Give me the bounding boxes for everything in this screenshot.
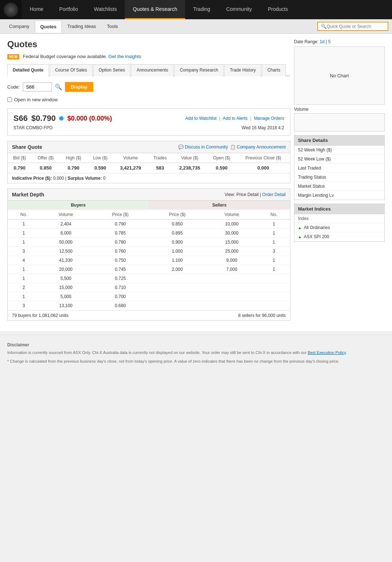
- buyer-volume: 13,100: [40, 301, 92, 310]
- seller-volume: 25,000: [206, 247, 258, 256]
- cell-value: 2,238,735: [172, 163, 207, 173]
- all-ordinaries-arrow: ▲: [298, 226, 302, 230]
- cell-open: 0.590: [207, 163, 236, 173]
- depth-col-header: No. Volume Price ($) Price ($) Volume No…: [8, 210, 290, 220]
- nav-item-trading[interactable]: Trading: [185, 0, 218, 19]
- buyer-no: 1: [8, 238, 40, 247]
- best-execution-link[interactable]: Best Execution Policy: [308, 350, 346, 355]
- depth-view-label: View: Price Detail | Order Detail: [225, 192, 286, 197]
- buyer-no: 1: [8, 292, 40, 301]
- code-search-button[interactable]: 🔍: [55, 84, 62, 90]
- open-window-checkbox[interactable]: [7, 97, 12, 102]
- code-input[interactable]: [23, 82, 52, 91]
- disclaimer-text1: Information is currently sourced from AS…: [7, 350, 385, 355]
- cell-high: 0.790: [60, 163, 87, 173]
- news-link[interactable]: Get the insights: [109, 54, 141, 59]
- nav-item-portfolio[interactable]: Portfolio: [51, 0, 86, 19]
- tab-course-of-sales[interactable]: Course Of Sales: [50, 64, 93, 76]
- col-buyer-no: No.: [8, 210, 40, 220]
- display-button[interactable]: Display: [65, 82, 93, 92]
- share-quote-section: Share Quote 💬 Discuss in Community 📋 Com…: [7, 141, 290, 183]
- market-depth-title: Market Depth: [12, 192, 44, 197]
- buyer-volume: 8,000: [40, 229, 92, 238]
- open-window-row: Open in new window: [7, 97, 290, 102]
- detail-label-trading-status: Trading Status: [298, 175, 326, 180]
- search-input[interactable]: [327, 24, 385, 29]
- subnav-quotes[interactable]: Quotes: [35, 21, 62, 33]
- seller-volume: 15,000: [206, 238, 258, 247]
- quote-card: S66 $0.790 $0.000 (0.00%) Add to Watchli…: [7, 108, 290, 136]
- seller-price: [149, 283, 206, 292]
- tab-company-research[interactable]: Company Research: [174, 64, 224, 76]
- col-trades: Trades: [148, 153, 172, 163]
- order-detail-link[interactable]: Order Detail: [262, 192, 286, 197]
- depth-table-row: 2 15,000 0.710: [8, 283, 290, 292]
- detail-label-market-status: Market Status: [298, 184, 325, 189]
- add-to-alerts-link[interactable]: Add to Alerts: [223, 116, 248, 121]
- detail-last-traded: Last Traded: [294, 164, 384, 173]
- seller-volume: 7,000: [206, 265, 258, 274]
- buyer-volume: 2,404: [40, 220, 92, 229]
- depth-table-row: 1 50,000 0.780 0.900 15,000 1: [8, 238, 290, 247]
- seller-volume: [206, 283, 258, 292]
- tab-detailed-quote[interactable]: Detailed Quote: [7, 64, 49, 76]
- buyer-volume: 20,000: [40, 265, 92, 274]
- market-indices-box: Market Indices Index ▲ All Ordinaries ▲ …: [294, 204, 385, 242]
- col-volume: Volume: [113, 153, 148, 163]
- detail-label-52-high: 52 Week High ($): [298, 147, 332, 152]
- tab-option-series[interactable]: Option Series: [93, 64, 131, 76]
- date-range-5[interactable]: 5: [328, 39, 331, 44]
- discuss-community-link[interactable]: 💬 Discuss in Community: [178, 144, 228, 150]
- col-prev-close: Previous Close ($): [236, 153, 290, 163]
- depth-table-row: 4 41,330 0.750 1.100 9,000 1: [8, 256, 290, 265]
- subnav-tools[interactable]: Tools: [101, 20, 123, 32]
- disclaimer-text2: * Change is calculated from the previous…: [7, 359, 385, 363]
- add-to-watchlist-link[interactable]: Add to Watchlist: [185, 116, 216, 121]
- nav-item-community[interactable]: Community: [218, 0, 260, 19]
- company-announcement-link[interactable]: 📋 Company Announcement: [230, 144, 286, 150]
- open-window-label: Open in new window: [14, 97, 58, 102]
- sellers-header: Sellers: [149, 201, 290, 210]
- seller-no: [258, 283, 290, 292]
- col-high: High ($): [60, 153, 87, 163]
- tab-charts[interactable]: Charts: [262, 64, 286, 76]
- tab-announcements[interactable]: Announcements: [131, 64, 173, 76]
- tab-trade-history[interactable]: Trade History: [224, 64, 261, 76]
- date-range-1d[interactable]: 1d: [320, 39, 324, 44]
- seller-price: [149, 292, 206, 301]
- buyer-price: 0.745: [92, 265, 149, 274]
- nav-item-home[interactable]: Home: [22, 0, 51, 19]
- quote-change: $0.000 (0.00%): [67, 115, 112, 122]
- col-low: Low ($): [87, 153, 113, 163]
- subnav-company[interactable]: Company: [4, 20, 35, 32]
- seller-price: 1.000: [149, 247, 206, 256]
- seller-no: 1: [258, 265, 290, 274]
- depth-table-row: 1 5,500 0.725: [8, 274, 290, 283]
- share-quote-header: Share Quote 💬 Discuss in Community 📋 Com…: [8, 141, 290, 153]
- news-text: Federal Budget coverage now available.: [23, 54, 107, 59]
- detail-label-52-low: 52 Week Low ($): [298, 156, 331, 162]
- subnav-trading-ideas[interactable]: Trading Ideas: [62, 20, 101, 32]
- action-divider-1: |: [219, 116, 220, 121]
- depth-table-row: 1 8,000 0.785 0.895 30,000 1: [8, 229, 290, 238]
- col-seller-volume: Volume: [206, 210, 258, 220]
- disclaimer-title: Disclaimer: [7, 342, 385, 347]
- buyer-no: 1: [8, 220, 40, 229]
- right-panel: Date Range: 1d | 5 No Chart Volume Share…: [290, 39, 385, 326]
- seller-no: 1: [258, 229, 290, 238]
- share-quote-table: Bid ($) Offer ($) High ($) Low ($) Volum…: [8, 153, 290, 173]
- depth-table-row: 1 5,000 0.700: [8, 292, 290, 301]
- main-content: Quotes NEW Federal Budget coverage now a…: [0, 34, 392, 331]
- cell-prev-close: 0.000: [236, 163, 290, 173]
- manage-orders-link[interactable]: Manage Orders: [254, 116, 284, 121]
- nav-item-quotes-research[interactable]: Quotes & Research: [125, 0, 185, 19]
- no-chart-label: No Chart: [330, 73, 349, 78]
- table-row: 0.790 0.850 0.790 0.590 3,421,279 583 2,…: [8, 163, 290, 173]
- new-badge: NEW: [7, 54, 19, 60]
- detail-label-margin-lending: Margin Lending Lv: [298, 193, 334, 198]
- seller-price: 1.100: [149, 256, 206, 265]
- nav-item-watchlists[interactable]: Watchlists: [86, 0, 125, 19]
- nav-item-products[interactable]: Products: [260, 0, 296, 19]
- quick-search-box: 🔍: [317, 22, 388, 31]
- buyer-price: 0.710: [92, 283, 149, 292]
